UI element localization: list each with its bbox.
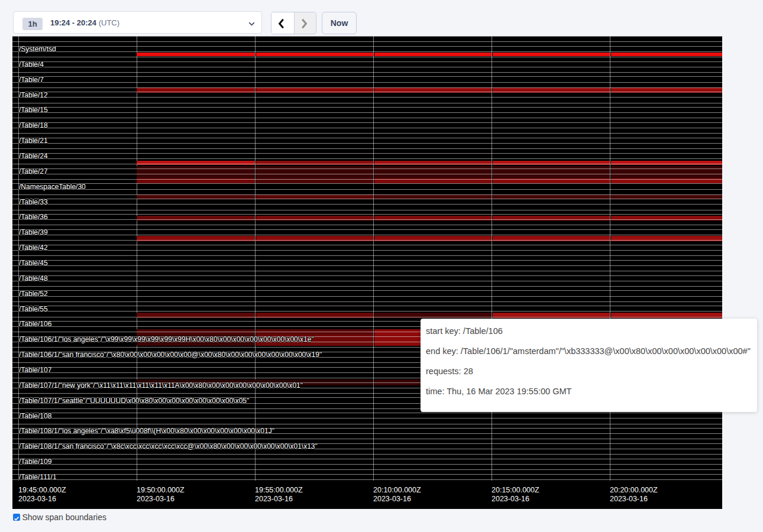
svg-text:2023-03-16: 2023-03-16 [18,495,56,503]
svg-text:2023-03-16: 2023-03-16 [373,495,411,503]
svg-text:19:45:00.000Z: 19:45:00.000Z [18,486,66,494]
svg-text:/Table/4: /Table/4 [19,60,44,69]
svg-text:/Table/108/1/"los angeles"/"\x: /Table/108/1/"los angeles"/"\xa8\xf5\u00… [19,427,274,435]
svg-text:/Table/33: /Table/33 [19,198,48,206]
svg-text:/Table/107/1/"new york"/"\x11\: /Table/107/1/"new york"/"\x11\x11\x11\x1… [19,381,303,390]
svg-text:/Table/52: /Table/52 [19,290,48,298]
svg-text:/Table/106/1/"san francisco"/": /Table/106/1/"san francisco"/"\x80\x00\x… [19,351,322,359]
svg-text:/Table/18: /Table/18 [19,121,48,129]
svg-text:/Table/106: /Table/106 [19,320,52,328]
svg-text:/Table/108/1/"san francisco"/": /Table/108/1/"san francisco"/"\x8c\xcc\x… [19,442,318,450]
svg-text:2023-03-16: 2023-03-16 [137,495,174,503]
svg-text:19:50:00.000Z: 19:50:00.000Z [137,486,185,494]
svg-text:/Table/27: /Table/27 [19,167,48,176]
svg-text:/Table/15: /Table/15 [19,106,48,114]
svg-text:/Table/107/1/"seattle"/"UUUUUU: /Table/107/1/"seattle"/"UUUUUUD\x00\x80\… [19,397,249,405]
svg-text:/Table/55: /Table/55 [19,305,48,313]
svg-text:/Table/106/1/"los angeles"/"\x: /Table/106/1/"los angeles"/"\x99\x99\x99… [19,335,314,343]
svg-text:/Table/107: /Table/107 [19,366,52,374]
svg-text:/Table/108: /Table/108 [19,412,52,420]
svg-text:/Table/7: /Table/7 [19,76,44,84]
svg-text:/Table/48: /Table/48 [19,274,48,283]
svg-text:/Table/45: /Table/45 [19,259,48,267]
svg-text:2023-03-16: 2023-03-16 [255,495,293,503]
svg-text:20:15:00.000Z: 20:15:00.000Z [492,486,539,494]
svg-text:/Table/109: /Table/109 [19,458,52,466]
svg-text:/Table/24: /Table/24 [19,152,48,160]
svg-text:/Table/21: /Table/21 [19,137,48,145]
svg-text:/Table/111/1: /Table/111/1 [19,473,57,481]
svg-text:2023-03-16: 2023-03-16 [492,495,529,503]
svg-text:20:10:00.000Z: 20:10:00.000Z [373,486,421,494]
svg-text:/Table/36: /Table/36 [19,213,48,221]
svg-text:/NamespaceTable/30: /NamespaceTable/30 [19,183,86,191]
svg-text:19:55:00.000Z: 19:55:00.000Z [255,486,303,494]
svg-text:/Table/39: /Table/39 [19,228,48,236]
svg-text:2023-03-16: 2023-03-16 [610,495,648,503]
svg-text:/Table/42: /Table/42 [19,244,48,252]
svg-text:/System/tsd: /System/tsd [19,45,56,53]
svg-text:/Table/12: /Table/12 [19,91,48,99]
svg-text:20:20:00.000Z: 20:20:00.000Z [610,486,658,494]
